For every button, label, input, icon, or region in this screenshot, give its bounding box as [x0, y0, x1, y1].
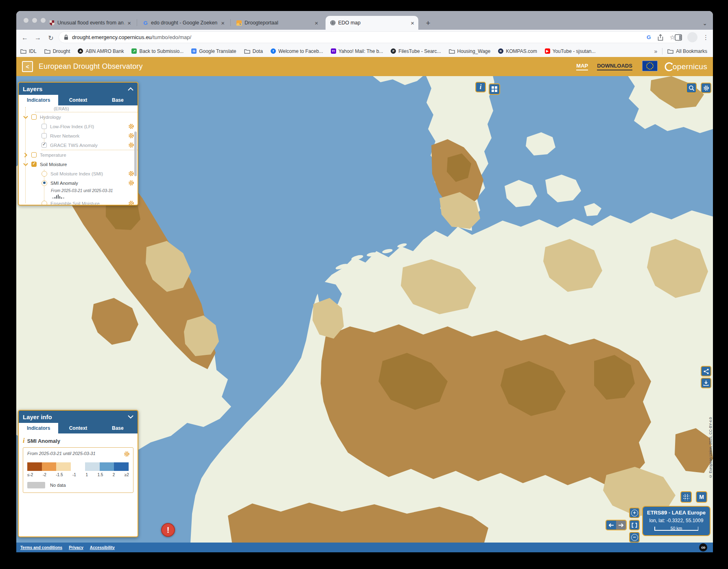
- zoom-in-button[interactable]: +: [629, 508, 640, 518]
- accessibility-link[interactable]: Accessibility: [90, 545, 115, 550]
- nav-map-link[interactable]: MAP: [576, 63, 588, 70]
- back-button[interactable]: ←: [20, 33, 30, 43]
- tab-context[interactable]: Context: [58, 423, 98, 433]
- share-button[interactable]: [701, 366, 711, 376]
- pan-forward-arrow-button[interactable]: [616, 521, 626, 530]
- river-network-gear-icon[interactable]: [128, 133, 134, 139]
- reload-button[interactable]: ↻: [46, 33, 56, 43]
- address-bar[interactable]: drought.emergency.copernicus.eu/tumbo/ed…: [59, 31, 680, 43]
- legend-gear-icon[interactable]: [124, 451, 130, 457]
- smi-label[interactable]: Soil Moisture Index (SMI): [50, 171, 103, 176]
- tree-item-grace: GRACE TWS Anomaly: [19, 140, 138, 150]
- smi-anomaly-radio[interactable]: [42, 180, 47, 186]
- map-info-button[interactable]: i: [475, 82, 486, 92]
- bookmark-dota[interactable]: Dota: [244, 48, 263, 54]
- tab-edo-map-active[interactable]: EDO map ×: [326, 16, 418, 30]
- close-window-dot[interactable]: [24, 18, 28, 23]
- tab-indicators[interactable]: Indicators: [19, 95, 58, 105]
- chevron-down-icon[interactable]: [23, 114, 28, 120]
- tab-indicators[interactable]: Indicators: [19, 423, 58, 433]
- temperature-label[interactable]: Temperature: [40, 153, 66, 158]
- tab-droogteportaal[interactable]: Droogteportaal ×: [232, 16, 322, 30]
- hydrology-label[interactable]: Hydrology: [40, 115, 61, 120]
- smi-anomaly-label[interactable]: SMI Anomaly: [50, 181, 78, 186]
- soil-moisture-checkbox[interactable]: [31, 162, 37, 167]
- river-network-label[interactable]: River Network: [50, 133, 79, 138]
- chevron-down-icon[interactable]: [23, 162, 28, 167]
- tab-context[interactable]: Context: [58, 95, 98, 105]
- ensemble-radio[interactable]: [42, 201, 47, 206]
- smi-gear-icon[interactable]: [128, 171, 134, 177]
- browser-menu-icon[interactable]: ⋮: [703, 34, 709, 41]
- minimize-window-dot[interactable]: [32, 18, 37, 23]
- bookmark-facebook[interactable]: f Welcome to Faceb...: [271, 48, 323, 54]
- ensemble-label[interactable]: Ensemble Soil Moisture: [50, 201, 100, 206]
- river-network-checkbox[interactable]: [42, 133, 47, 138]
- bookmark-housing-wage[interactable]: Housing_Wage: [449, 48, 491, 54]
- layers-scrollbar[interactable]: [134, 131, 137, 176]
- bookmark-idl[interactable]: IDL: [20, 48, 37, 54]
- warning-button[interactable]: !: [161, 523, 175, 537]
- grace-label[interactable]: GRACE TWS Anomaly: [50, 143, 98, 148]
- measure-button[interactable]: M: [696, 491, 707, 503]
- histogram-icon[interactable]: [19, 193, 138, 199]
- download-button[interactable]: [701, 378, 711, 388]
- layer-info-header[interactable]: Layer info: [19, 411, 138, 423]
- bookmarks-overflow-icon[interactable]: »: [654, 48, 658, 55]
- soil-moisture-label[interactable]: Soil Moisture: [40, 162, 67, 167]
- new-tab-button[interactable]: +: [423, 19, 433, 28]
- tab-google-zoeken[interactable]: G edo drought - Google Zoeken ×: [138, 16, 229, 30]
- temperature-checkbox[interactable]: [31, 152, 37, 158]
- smi-anomaly-gear-icon[interactable]: [128, 180, 134, 186]
- bookmark-kompas[interactable]: K KOMPAS.com: [498, 48, 537, 54]
- chevron-right-icon[interactable]: [23, 152, 28, 158]
- map-settings-button[interactable]: [701, 83, 711, 93]
- lfi-label[interactable]: Low-Flow Index (LFI): [50, 124, 94, 129]
- bookmark-drought[interactable]: Drought: [44, 48, 70, 54]
- bookmark-youtube[interactable]: ▶ YouTube - sjsutan...: [545, 48, 596, 54]
- grace-gear-icon[interactable]: [128, 142, 134, 148]
- lfi-gear-icon[interactable]: [128, 123, 134, 129]
- layers-panel: Layers Indicators Context Base (ERA5) Hy…: [18, 82, 138, 206]
- bookmark-star-icon[interactable]: ☆: [670, 34, 675, 41]
- full-extent-button[interactable]: [629, 520, 640, 530]
- tab-strip: Unusual flood events from an A × G edo d…: [16, 11, 713, 30]
- terms-link[interactable]: Terms and conditions: [20, 545, 62, 550]
- google-g-icon[interactable]: G: [647, 34, 651, 40]
- lfi-checkbox[interactable]: [42, 124, 47, 129]
- hydrology-checkbox[interactable]: [31, 114, 37, 120]
- zoom-out-button[interactable]: −: [629, 532, 640, 543]
- layers-panel-header[interactable]: Layers: [19, 83, 138, 95]
- tab-base[interactable]: Base: [98, 423, 138, 433]
- sidebar-toggle-icon[interactable]: [675, 34, 682, 41]
- collapse-header-button[interactable]: <: [22, 61, 33, 72]
- tab-base[interactable]: Base: [98, 95, 138, 105]
- tab-separator: [230, 19, 231, 26]
- forward-button[interactable]: →: [33, 33, 43, 43]
- grace-checkbox[interactable]: [42, 142, 47, 148]
- privacy-link[interactable]: Privacy: [69, 545, 83, 550]
- pan-back-arrow-button[interactable]: [606, 521, 616, 530]
- tab-close-icon[interactable]: ×: [411, 20, 414, 26]
- traffic-lights[interactable]: [24, 18, 46, 23]
- smi-radio[interactable]: [42, 171, 47, 177]
- tab-close-icon[interactable]: ×: [127, 20, 131, 26]
- all-bookmarks-button[interactable]: All Bookmarks: [667, 48, 707, 54]
- nav-downloads-link[interactable]: DOWNLOADS: [597, 63, 632, 70]
- bookmark-back-to-submission[interactable]: ↗ Back to Submissio...: [131, 48, 184, 54]
- tab-unusual-flood[interactable]: Unusual flood events from an A ×: [45, 16, 135, 30]
- bookmark-filestube[interactable]: F FilesTube - Searc...: [391, 48, 441, 54]
- tab-close-icon[interactable]: ×: [315, 20, 318, 26]
- bookmark-yahoo-mail[interactable]: Y! Yahoo! Mail: The b...: [331, 48, 383, 54]
- tab-close-icon[interactable]: ×: [221, 20, 225, 26]
- ensemble-gear-icon[interactable]: [128, 200, 134, 206]
- tab-search-chevron-icon[interactable]: ⌄: [702, 20, 707, 26]
- graticule-button[interactable]: [680, 491, 692, 503]
- map-search-button[interactable]: [686, 83, 697, 93]
- profile-avatar[interactable]: [687, 32, 697, 42]
- bookmark-google-translate[interactable]: G Google Translate: [191, 48, 236, 54]
- abn-amro-icon: A: [78, 48, 83, 54]
- bookmark-abn-amro[interactable]: A ABN AMRO Bank: [78, 48, 124, 54]
- share-icon[interactable]: [658, 34, 663, 41]
- layout-grid-button[interactable]: [489, 83, 500, 95]
